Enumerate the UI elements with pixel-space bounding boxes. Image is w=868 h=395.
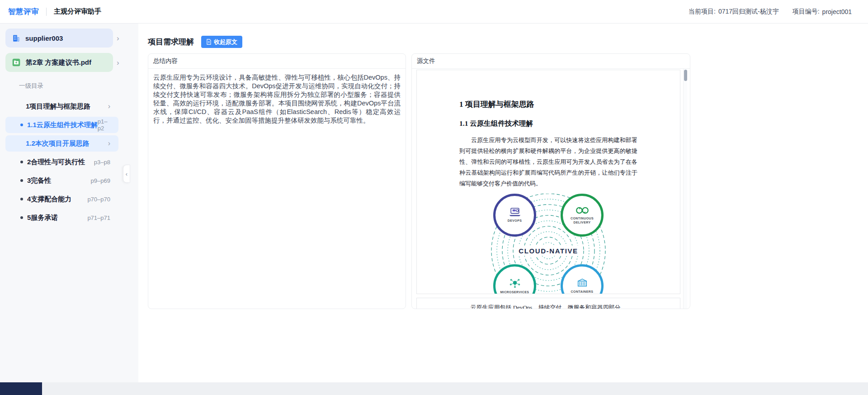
source-panel-title: 源文件 [412, 54, 690, 69]
project-code-label: 项目编号: [793, 8, 820, 16]
diagram-center-label: CLOUD-NATIVE [515, 246, 581, 256]
nav-item-1-1[interactable]: 1.1云原生组件技术理解 p1–p2 [5, 117, 118, 133]
chevron-right-icon: › [117, 34, 119, 42]
bottom-strip [0, 382, 868, 395]
project-code: 项目编号: project001 [793, 8, 852, 16]
microservices-icon [509, 277, 521, 289]
page-range: p70–p70 [87, 196, 110, 203]
document-page-2: 云原生应用包括 DevOps、持续交付、微服务和容器四部分。 [416, 298, 680, 309]
current-project-value: 0717回归测试-杨汶宇 [718, 8, 779, 16]
bullet-icon [20, 216, 23, 219]
bullet-icon [20, 198, 23, 200]
page-range: p71–p71 [87, 214, 110, 221]
document-name: 第2章 方案建议书.pdf [26, 58, 91, 67]
chevron-right-icon: › [108, 102, 110, 110]
document-icon [206, 39, 212, 45]
folder-plus-icon [12, 58, 21, 67]
page-range: p3–p8 [94, 159, 110, 166]
app-title: 主观分评审助手 [54, 7, 101, 16]
bullet-icon [20, 161, 23, 163]
nav-item-chapter3[interactable]: 3完备性 p9–p69 [5, 172, 118, 189]
topbar: 智慧评审 主观分评审助手 当前项目: 0717回归测试-杨汶宇 项目编号: pr… [0, 0, 868, 24]
nav-item-chapter2[interactable]: 2合理性与可执行性 p3–p8 [5, 154, 118, 170]
project-code-value: project001 [822, 8, 852, 15]
chevron-right-icon: › [108, 139, 110, 148]
continuous-delivery-icon [575, 206, 590, 215]
source-panel: 源文件 1 项目理解与框架思路 1.1 云原生组件技术理解 云原生应用专为云模型… [411, 53, 690, 309]
nav-item-chapter5[interactable]: 5服务承诺 p71–p71 [5, 209, 118, 226]
main-content: 项目需求理解 收起原文 总结内容 云原生应用专为云环境设计，具备高敏捷性、弹性与… [138, 24, 868, 382]
collapse-source-button[interactable]: 收起原文 [201, 36, 242, 48]
sidebar-item-document[interactable]: 第2章 方案建议书.pdf › [5, 53, 133, 72]
devops-icon [508, 207, 522, 217]
devops-node: DEVOPS [493, 194, 536, 237]
cloud-native-diagram: DEVOPS CONTINUOUS DELIVERY [485, 194, 612, 294]
scrollbar-thumb[interactable] [684, 70, 687, 81]
bullet-icon [20, 179, 23, 182]
brand-logo[interactable]: 智慧评审 [8, 7, 39, 17]
summary-content: 云原生应用专为云环境设计，具备高敏捷性、弹性与可移植性，核心包括DevOps、持… [148, 69, 406, 129]
bottom-left-widget[interactable] [0, 382, 42, 395]
nav-item-chapter1[interactable]: 1项目理解与框架思路 › [5, 98, 118, 114]
page-range: p9–p69 [91, 177, 110, 184]
section-label: 一级目录 [19, 82, 133, 90]
page-title: 项目需求理解 [148, 37, 194, 47]
supplier-name: supplier003 [25, 34, 63, 42]
chevron-left-icon: ‹ [126, 171, 127, 177]
doc-paragraph: 云原生应用专为云模型而开发，可以快速将这些应用构建和部署到可提供轻松的横向扩展和… [459, 135, 637, 189]
building-icon [12, 34, 20, 43]
current-project: 当前项目: 0717回归测试-杨汶宇 [689, 8, 779, 16]
doc-heading-1-1: 1.1 云原生组件技术理解 [459, 119, 637, 128]
continuous-delivery-node: CONTINUOUS DELIVERY [561, 194, 604, 237]
containers-icon [576, 277, 589, 288]
nav-item-chapter4[interactable]: 4支撑配合能力 p70–p70 [5, 191, 118, 207]
doc-figure-caption: 云原生应用包括 DevOps、持续交付、微服务和容器四部分。 [471, 304, 627, 309]
document-viewer: 1 项目理解与框架思路 1.1 云原生组件技术理解 云原生应用专为云模型而开发，… [412, 69, 690, 309]
summary-panel: 总结内容 云原生应用专为云环境设计，具备高敏捷性、弹性与可移植性，核心包括Dev… [148, 53, 406, 309]
bullet-icon [20, 124, 23, 126]
outline-nav: 1项目理解与框架思路 › 1.1云原生组件技术理解 p1–p2 1.2本次项目开… [5, 98, 133, 226]
chevron-right-icon: › [117, 59, 119, 67]
document-scrollbar[interactable] [683, 69, 687, 309]
sidebar-collapse-handle[interactable]: ‹ [123, 165, 130, 183]
page-range: p1–p2 [98, 118, 110, 132]
nav-item-1-2[interactable]: 1.2本次项目开展思路 › [5, 135, 118, 152]
sidebar-item-supplier[interactable]: supplier003 › [5, 29, 133, 48]
topbar-divider [46, 8, 47, 16]
sidebar: supplier003 › 第2章 方案建议书.pdf › 一级目录 1项目理解… [0, 24, 138, 382]
current-project-label: 当前项目: [689, 8, 716, 16]
doc-heading-1: 1 项目理解与框架思路 [459, 99, 637, 109]
summary-panel-title: 总结内容 [148, 54, 406, 69]
document-page-1: 1 项目理解与框架思路 1.1 云原生组件技术理解 云原生应用专为云模型而开发，… [416, 70, 680, 294]
